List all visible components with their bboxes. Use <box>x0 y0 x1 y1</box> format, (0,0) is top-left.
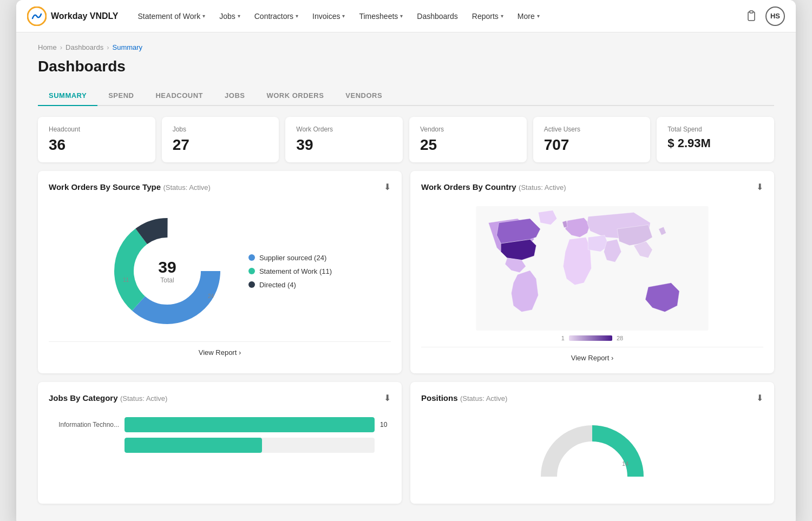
positions-donut-svg: 14 <box>538 417 646 487</box>
chevron-down-icon: ▾ <box>296 13 298 19</box>
tab-summary[interactable]: SUMMARY <box>38 86 97 106</box>
stat-work-orders-label: Work Orders <box>296 126 392 133</box>
view-report-source: View Report › <box>49 341 391 357</box>
workday-logo-icon <box>27 6 47 26</box>
donut-area: 11 24 39 Total Supplier sourced (24) <box>49 201 391 341</box>
bar-value-it: 10 <box>380 421 391 428</box>
legend-dot-sow <box>248 268 255 274</box>
chevron-down-icon: ▾ <box>202 13 205 19</box>
bar-chart-area: Information Techno... 10 <box>49 412 391 464</box>
stat-active-users-value: 707 <box>544 136 640 154</box>
stat-total-spend-label: Total Spend <box>667 126 763 133</box>
view-report-link-country[interactable]: View Report › <box>571 354 614 362</box>
legend-sow: Statement of Work (11) <box>248 267 332 275</box>
download-icon-jobs[interactable]: ⬇ <box>384 393 391 403</box>
charts-row-1: Work Orders By Source Type (Status: Acti… <box>38 171 774 373</box>
bar-track-2 <box>125 438 375 453</box>
chevron-down-icon: ▾ <box>238 13 240 19</box>
stat-jobs-value: 27 <box>173 136 269 154</box>
user-avatar[interactable]: HS <box>765 6 785 26</box>
donut-label-left: 11 <box>123 277 129 283</box>
nav-more[interactable]: More ▾ <box>511 8 546 25</box>
map-legend: 1 28 <box>561 335 623 341</box>
dashboard-tabs: SUMMARY SPEND HEADCOUNT JOBS WORK ORDERS… <box>38 86 774 106</box>
chart-title-positions: Positions (Status: Active) <box>421 393 507 403</box>
svg-text:14: 14 <box>622 460 628 467</box>
clipboard-icon[interactable] <box>744 9 759 24</box>
breadcrumb: Home › Dashboards › Summary <box>38 43 774 51</box>
view-report-link-source[interactable]: View Report › <box>199 348 241 357</box>
chevron-down-icon: ▾ <box>501 13 503 19</box>
tab-vendors[interactable]: VENDORS <box>335 86 393 106</box>
nav-contractors[interactable]: Contractors ▾ <box>248 8 305 25</box>
charts-row-2: Jobs By Category (Status: Active) ⬇ Info… <box>38 382 774 504</box>
jobs-category-chart: Jobs By Category (Status: Active) ⬇ Info… <box>38 382 402 504</box>
chart-header-country: Work Orders By Country (Status: Active) … <box>421 182 763 192</box>
stat-headcount-label: Headcount <box>49 126 145 133</box>
main-content: Home › Dashboards › Summary Dashboards S… <box>16 32 796 521</box>
donut-label-right: 24 <box>208 293 214 299</box>
breadcrumb-summary[interactable]: Summary <box>112 43 142 51</box>
donut-center: 39 Total <box>158 258 176 284</box>
chart-header-positions: Positions (Status: Active) ⬇ <box>421 393 763 403</box>
chart-header-source: Work Orders By Source Type (Status: Acti… <box>49 182 391 192</box>
work-orders-source-chart: Work Orders By Source Type (Status: Acti… <box>38 171 402 373</box>
stat-vendors-label: Vendors <box>420 126 516 133</box>
logo-wrap[interactable]: Workday VNDLY <box>27 6 118 26</box>
positions-donut-area: 14 <box>421 412 763 493</box>
download-icon-positions[interactable]: ⬇ <box>756 393 763 403</box>
app-window: Workday VNDLY Statement of Work ▾ Jobs ▾… <box>16 0 796 521</box>
map-legend-min: 1 <box>561 335 565 341</box>
bar-row-2 <box>49 438 391 453</box>
world-map-svg <box>421 206 763 331</box>
nav-jobs[interactable]: Jobs ▾ <box>213 8 247 25</box>
breadcrumb-home[interactable]: Home <box>38 43 57 51</box>
tab-work-orders[interactable]: WORK ORDERS <box>256 86 335 106</box>
legend-dot-directed <box>248 281 255 288</box>
nav-statement-of-work[interactable]: Statement of Work ▾ <box>131 8 212 25</box>
legend-dot-supplier <box>248 254 255 261</box>
chart-header-jobs: Jobs By Category (Status: Active) ⬇ <box>49 393 391 403</box>
map-gradient <box>569 335 612 341</box>
stat-active-users: Active Users 707 <box>533 117 651 162</box>
bar-fill-2 <box>125 438 262 453</box>
legend-directed: Directed (4) <box>248 281 332 289</box>
chevron-down-icon: ▾ <box>342 13 345 19</box>
chevron-down-icon: ▾ <box>400 13 403 19</box>
world-map-area: 1 28 <box>421 201 763 347</box>
legend-supplier: Supplier sourced (24) <box>248 254 332 262</box>
stat-jobs-label: Jobs <box>173 126 269 133</box>
nav-invoices[interactable]: Invoices ▾ <box>306 8 351 25</box>
download-icon-country[interactable]: ⬇ <box>756 182 763 192</box>
stat-total-spend-value: $ 2.93M <box>667 136 763 150</box>
brand-name: Workday VNDLY <box>51 11 118 21</box>
breadcrumb-sep-2: › <box>107 43 109 51</box>
donut-chart: 11 24 39 Total <box>108 212 227 331</box>
stat-headcount-value: 36 <box>49 136 145 154</box>
tab-headcount[interactable]: HEADCOUNT <box>145 86 214 106</box>
nav-dashboards[interactable]: Dashboards <box>410 8 464 25</box>
chart-title-jobs: Jobs By Category (Status: Active) <box>49 393 167 403</box>
navbar: Workday VNDLY Statement of Work ▾ Jobs ▾… <box>16 0 796 32</box>
stat-jobs: Jobs 27 <box>162 117 279 162</box>
chevron-down-icon: ▾ <box>537 13 540 19</box>
stat-work-orders: Work Orders 39 <box>285 117 403 162</box>
stat-total-spend: Total Spend $ 2.93M <box>657 117 774 162</box>
svg-rect-2 <box>750 11 753 13</box>
nav-reports[interactable]: Reports ▾ <box>466 8 510 25</box>
bar-label-it: Information Techno... <box>49 421 119 428</box>
download-icon-source[interactable]: ⬇ <box>384 182 391 192</box>
bar-fill-it <box>125 417 375 432</box>
breadcrumb-dashboards[interactable]: Dashboards <box>66 43 103 51</box>
chart-title-source: Work Orders By Source Type (Status: Acti… <box>49 182 211 192</box>
map-legend-max: 28 <box>617 335 623 341</box>
bar-track-it <box>125 417 375 432</box>
stat-vendors-value: 25 <box>420 136 516 154</box>
nav-timesheets[interactable]: Timesheets ▾ <box>352 8 409 25</box>
tab-jobs[interactable]: JOBS <box>214 86 256 106</box>
stat-active-users-label: Active Users <box>544 126 640 133</box>
chart-title-country: Work Orders By Country (Status: Active) <box>421 182 566 192</box>
work-orders-country-chart: Work Orders By Country (Status: Active) … <box>410 171 774 373</box>
tab-spend[interactable]: SPEND <box>97 86 145 106</box>
stat-work-orders-value: 39 <box>296 136 392 154</box>
